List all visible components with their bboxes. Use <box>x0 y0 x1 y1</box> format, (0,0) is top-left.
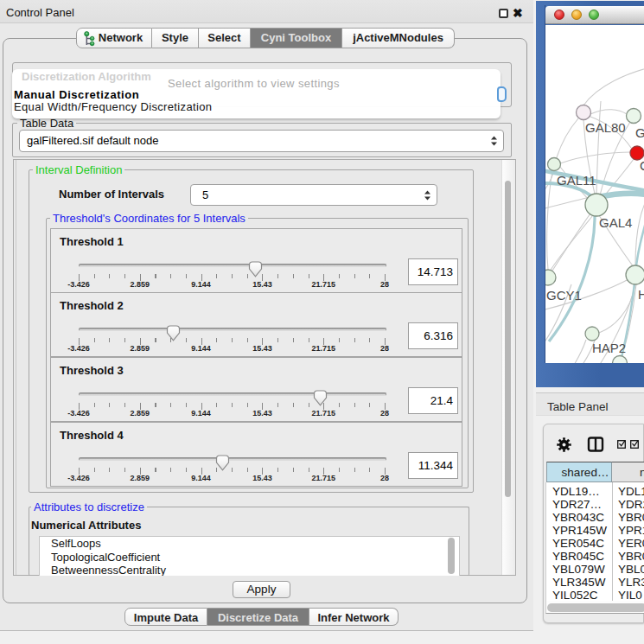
svg-text:GAL11: GAL11 <box>557 173 596 188</box>
svg-text:GAL80: GAL80 <box>585 120 626 135</box>
svg-text:C: C <box>640 158 644 173</box>
svg-text:GAL4: GAL4 <box>599 215 632 230</box>
svg-text:GCY1: GCY1 <box>546 288 582 303</box>
svg-text:HAP2: HAP2 <box>592 341 626 355</box>
svg-text:GA: GA <box>635 125 644 140</box>
svg-text:H: H <box>638 287 644 302</box>
